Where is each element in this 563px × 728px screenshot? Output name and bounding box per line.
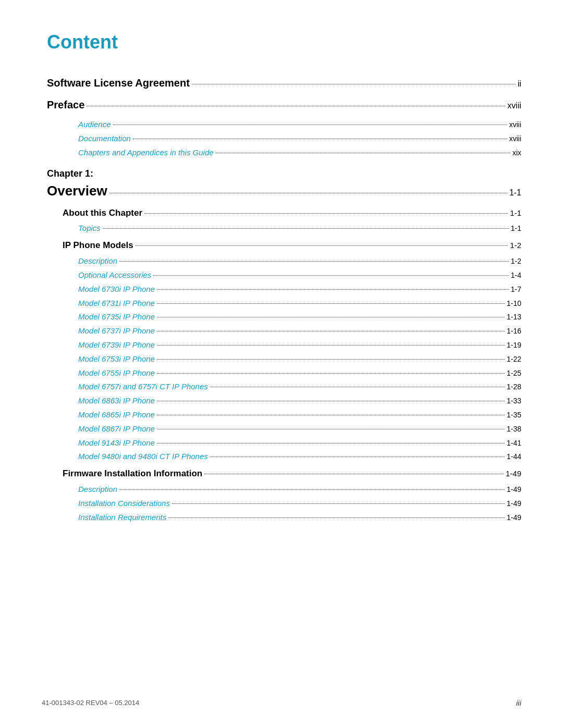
toc-chapter-label: Chapter 1: bbox=[47, 168, 521, 179]
toc-entry: IP Phone Models1-2 bbox=[47, 238, 521, 253]
toc-entry: About this Chapter1-1 bbox=[47, 206, 521, 221]
toc-entry[interactable]: Model 6867i IP Phone1-38 bbox=[47, 422, 521, 436]
footer-page-number: iii bbox=[516, 698, 521, 707]
toc-entry[interactable]: Model 6863i IP Phone1-33 bbox=[47, 394, 521, 408]
toc-entry[interactable]: Model 6753i IP Phone1-22 bbox=[47, 352, 521, 366]
toc-entry[interactable]: Model 6865i IP Phone1-35 bbox=[47, 408, 521, 422]
toc-entry[interactable]: Model 9143i IP Phone1-41 bbox=[47, 436, 521, 450]
toc-entry[interactable]: Model 6739i IP Phone1-19 bbox=[47, 338, 521, 352]
footer: 41-001343-02 REV04 – 05.2014 iii bbox=[42, 698, 521, 707]
toc-entry[interactable]: Documentationxviii bbox=[47, 132, 521, 145]
toc-entry[interactable]: Model 6735i IP Phone1-13 bbox=[47, 310, 521, 324]
toc-entry: Prefacexviii bbox=[47, 96, 521, 114]
toc-container: Software License AgreementiiPrefacexviii… bbox=[47, 74, 521, 524]
toc-entry[interactable]: Description1-49 bbox=[47, 483, 521, 496]
toc-entry[interactable]: Chapters and Appendices in this Guidexix bbox=[47, 146, 521, 159]
toc-entry[interactable]: Model 6730i IP Phone1-7 bbox=[47, 282, 521, 296]
toc-chapter-title: Overview1-1 bbox=[47, 179, 521, 202]
toc-entry[interactable]: Installation Considerations1-49 bbox=[47, 497, 521, 510]
footer-doc-number: 41-001343-02 REV04 – 05.2014 bbox=[42, 699, 139, 707]
toc-entry[interactable]: Description1-2 bbox=[47, 254, 521, 268]
toc-entry[interactable]: Installation Requirements1-49 bbox=[47, 511, 521, 524]
toc-entry[interactable]: Model 6731i IP Phone1-10 bbox=[47, 297, 521, 310]
toc-entry: Firmware Installation Information1-49 bbox=[47, 466, 521, 482]
toc-entry[interactable]: Model 6737i IP Phone1-16 bbox=[47, 324, 521, 338]
toc-entry[interactable]: Topics1-1 bbox=[47, 221, 521, 235]
page-title: Content bbox=[47, 31, 521, 53]
toc-entry[interactable]: Model 6755i IP Phone1-25 bbox=[47, 366, 521, 380]
toc-entry[interactable]: Model 9480i and 9480i CT IP Phones1-44 bbox=[47, 450, 521, 463]
toc-entry[interactable]: Audiencexviii bbox=[47, 118, 521, 131]
toc-entry[interactable]: Model 6757i and 6757i CT IP Phones1-28 bbox=[47, 380, 521, 393]
toc-entry: Software License Agreementii bbox=[47, 74, 521, 92]
toc-entry[interactable]: Optional Accessories1-4 bbox=[47, 268, 521, 282]
